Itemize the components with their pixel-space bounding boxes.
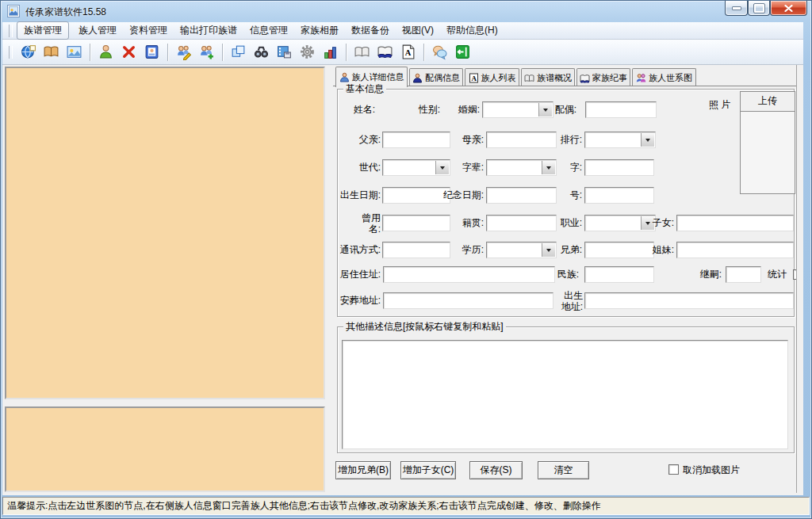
hao-input[interactable]: [584, 187, 654, 204]
spouse-input[interactable]: [585, 101, 657, 118]
toolbar: A: [2, 40, 803, 65]
heir-input[interactable]: [726, 266, 761, 283]
tab-lineage-chart[interactable]: 族人世系图: [632, 68, 696, 86]
description-legend: 其他描述信息[按鼠标右键复制和粘贴]: [343, 321, 506, 332]
burial-address-input[interactable]: [383, 292, 553, 309]
brothers-label: 兄弟:: [541, 244, 582, 255]
menu-item-family-album[interactable]: 家族相册: [294, 22, 345, 39]
occupation-select[interactable]: [584, 215, 656, 231]
add-family-icon[interactable]: [196, 42, 217, 63]
brothers-input[interactable]: [584, 242, 654, 258]
clear-button[interactable]: 清空: [538, 461, 589, 479]
genealogy-book-icon[interactable]: [40, 42, 62, 63]
sisters-input[interactable]: [676, 242, 794, 258]
book-gray-icon[interactable]: [351, 42, 373, 63]
window-title: 传承家谱软件15.58: [25, 6, 106, 19]
save-button[interactable]: 保存(S): [469, 461, 523, 479]
menu-item-info-manage[interactable]: 信息管理: [243, 22, 294, 39]
tab-member-list[interactable]: A 族人列表: [465, 68, 519, 86]
status-text: 温馨提示:点击左边世系图的节点,在右侧族人信息窗口完善族人其他信息;右击该节点修…: [7, 500, 601, 511]
basic-info-legend: 基本信息: [343, 83, 386, 94]
font-document-icon[interactable]: A: [397, 42, 419, 63]
menu-bar: 族谱管理 族人管理 资料管理 输出打印族谱 信息管理 家族相册 数据备份 视图(…: [2, 22, 803, 40]
dropdown-button[interactable]: [538, 103, 552, 116]
photo-label: 照 片: [709, 99, 741, 110]
education-label: 学历:: [438, 244, 484, 255]
former-name-label: 曾用名:: [353, 212, 381, 235]
upload-button[interactable]: 上传: [741, 92, 795, 112]
tab-label: 家族纪事: [592, 72, 627, 84]
burial-address-label: 安葬地址:: [335, 295, 381, 306]
menu-item-print-output[interactable]: 输出打印族谱: [174, 22, 243, 39]
birth-address-label: 出生地址:: [559, 290, 583, 312]
copy-windows-icon[interactable]: [228, 42, 249, 63]
lineage-chart-icon: [636, 73, 646, 83]
world-icon[interactable]: [17, 42, 39, 63]
children-label: 子女:: [649, 217, 674, 228]
ethnicity-input[interactable]: [584, 266, 654, 283]
rank-select[interactable]: [584, 132, 656, 148]
menu-item-help[interactable]: 帮助信息(H): [440, 22, 504, 39]
lineage-overview-canvas[interactable]: [5, 406, 325, 492]
gen-name-label: 字辈:: [438, 162, 484, 173]
search-binoculars-icon[interactable]: [251, 42, 272, 63]
toolbar-separator: [167, 44, 168, 61]
zi-label: 字:: [541, 162, 582, 173]
menu-item-material-manage[interactable]: 资料管理: [123, 22, 174, 39]
spouse-label: 配偶:: [553, 104, 576, 115]
residence-input[interactable]: [383, 266, 555, 283]
toolbar-separator: [90, 44, 90, 61]
close-button[interactable]: [770, 1, 807, 16]
marriage-label: 婚姻:: [444, 104, 480, 115]
tab-label: 族人详细信息: [352, 71, 404, 83]
gender-label: 性别:: [404, 104, 440, 115]
contact-label: 通讯方式:: [335, 244, 381, 255]
tab-spouse-info[interactable]: 配偶信息: [409, 68, 463, 86]
photo-window-icon[interactable]: [63, 42, 85, 63]
menu-item-genealogy-manage[interactable]: 族谱管理: [17, 21, 69, 40]
media-save-icon[interactable]: [274, 42, 295, 63]
chevron-down-icon: [543, 109, 548, 114]
heir-label: 继嗣:: [690, 269, 722, 280]
status-bar: 温馨提示:点击左边世系图的节点,在右侧族人信息窗口完善族人其他信息;右击该节点修…: [2, 497, 810, 515]
edit-family-icon[interactable]: [173, 42, 194, 63]
maximize-button[interactable]: [748, 1, 770, 16]
tab-genealogy-overview[interactable]: 族谱概况: [521, 68, 575, 86]
zi-input[interactable]: [584, 159, 654, 176]
tab-family-chronicle[interactable]: 家族纪事: [576, 68, 630, 86]
svg-text:A: A: [405, 48, 412, 57]
contacts-book-icon[interactable]: [141, 42, 163, 63]
toolbar-grip: [9, 46, 13, 59]
lineage-tree-canvas[interactable]: [5, 67, 325, 399]
menu-item-member-manage[interactable]: 族人管理: [72, 22, 123, 39]
add-brother-button[interactable]: 增加兄弟(B): [335, 461, 391, 479]
svg-text:A: A: [471, 74, 477, 82]
birth-date-label: 出生日期:: [335, 189, 381, 200]
book-blue-icon[interactable]: [374, 42, 396, 63]
marriage-select[interactable]: [482, 101, 553, 118]
menu-item-data-backup[interactable]: 数据备份: [345, 22, 396, 39]
add-person-icon[interactable]: [95, 42, 117, 63]
minimize-icon: [732, 6, 741, 10]
title-bar: 传承家谱软件15.58: [0, 0, 812, 22]
maximize-icon: [754, 4, 764, 13]
birth-address-input[interactable]: [584, 292, 794, 309]
children-input[interactable]: [676, 215, 794, 231]
minimize-button[interactable]: [725, 1, 748, 16]
description-textarea[interactable]: [342, 340, 788, 449]
app-window: 传承家谱软件15.58 族谱管理 族人管理 资料管理 输出打印族谱 信息管理 家…: [0, 0, 812, 519]
statistics-chart-icon[interactable]: [320, 42, 341, 63]
stat-checkbox[interactable]: [793, 269, 797, 280]
delete-person-icon[interactable]: [118, 42, 140, 63]
ethnicity-label: 民族:: [541, 269, 579, 280]
exit-icon[interactable]: [452, 42, 473, 63]
dropdown-button[interactable]: [641, 133, 654, 147]
add-child-button[interactable]: 增加子女(C): [400, 461, 456, 479]
menu-item-view[interactable]: 视图(V): [396, 22, 440, 39]
tab-label: 族谱概况: [537, 72, 572, 84]
feedback-chat-icon[interactable]: [429, 42, 450, 63]
sisters-label: 姐妹:: [649, 244, 674, 255]
cancel-load-checkbox[interactable]: [668, 464, 679, 475]
settings-gear-icon[interactable]: [297, 42, 318, 63]
native-place-label: 籍贯:: [438, 217, 484, 228]
